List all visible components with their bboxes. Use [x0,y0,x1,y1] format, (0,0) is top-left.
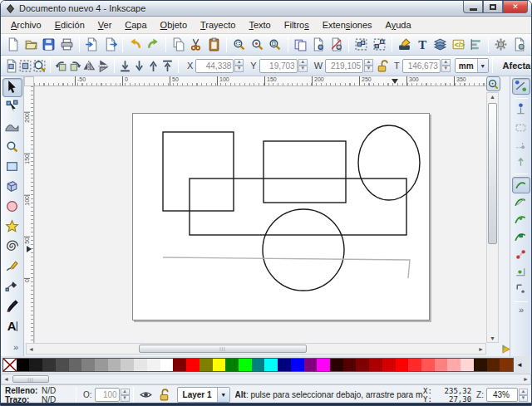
toolbox-overflow-chevron[interactable]: » [13,342,17,352]
vertical-ruler[interactable]: 200150100500 [24,86,34,343]
palette-scroll-left-arrow[interactable]: ◄ [3,376,9,382]
text-dialog-button[interactable]: T [413,36,431,53]
swatch-008080[interactable] [252,359,265,371]
raise-button[interactable] [146,57,160,75]
opacity-spinner[interactable]: ▲▼ [121,389,130,402]
tool-node-editor[interactable] [2,98,22,117]
swatch-800000[interactable] [356,359,369,371]
tool-bezier-pen[interactable] [2,277,22,296]
document-page[interactable] [132,113,430,320]
chevron-down-icon[interactable]: ▼ [477,59,488,72]
select-all-button[interactable] [4,57,18,75]
tool-ellipse[interactable] [2,198,22,217]
swatch-000080[interactable] [278,359,291,371]
swatch-ffaaaa[interactable] [447,359,461,371]
swatch-4d4d4d[interactable] [56,359,69,371]
menu-capa[interactable]: Capa [118,17,153,32]
palette-scroll-thumb[interactable]: ||| [12,375,49,383]
swatch-ffff00[interactable] [213,359,226,371]
menu-extensiones[interactable]: Extensiones [316,17,379,32]
swatch-666666[interactable] [69,359,82,371]
tool-calligraphy[interactable] [2,297,22,316]
paste-button[interactable] [205,36,223,53]
raise-to-top-button[interactable] [160,57,175,75]
swatch-800000[interactable] [173,359,186,371]
restore-button[interactable] [483,1,503,13]
close-button[interactable]: ✕ [503,1,528,13]
group-button[interactable] [352,36,370,53]
rotate-ccw-button[interactable] [54,57,68,75]
swatch-999999[interactable] [95,359,108,371]
zoom-input[interactable]: 43% [486,388,518,402]
swatch-808000[interactable] [200,359,213,371]
swatch-800080[interactable] [304,359,318,371]
xml-editor-button[interactable]: </> [449,36,466,53]
width-spinner[interactable]: ▲▼ [364,59,373,72]
minimize-button[interactable] [463,1,483,13]
snapbar-overflow-chevron[interactable]: » [519,305,523,315]
scroll-down-arrow[interactable]: ▼ [490,335,495,341]
fill-stroke-dialog-button[interactable] [396,36,413,53]
export-button[interactable] [101,36,118,53]
menu-trayecto[interactable]: Trayecto [194,17,242,32]
save-document-button[interactable] [40,36,57,53]
align-dialog-button[interactable] [467,36,485,53]
menu-filtros[interactable]: Filtros [278,17,316,32]
height-input[interactable]: 146,673 [402,59,441,73]
horizontal-ruler[interactable]: -50050100150200250300350 [34,76,487,86]
preferences-button[interactable] [492,36,510,53]
swatch-ffffff[interactable] [160,359,174,371]
swatch-f2f2f2[interactable] [147,359,160,371]
enable-snapping-button[interactable] [512,78,530,95]
swatch-d40000[interactable] [382,359,396,371]
swatch-333333[interactable] [42,359,56,371]
snap-bbox-midpoints-button[interactable] [512,154,530,170]
menu-texto[interactable]: Texto [242,17,277,32]
swatch-00ffff[interactable] [264,359,278,371]
print-button[interactable] [57,36,75,53]
create-clone-button[interactable] [309,36,327,53]
title-bar[interactable]: Documento nuevo 4 - Inkscape ✕ [1,1,531,17]
rotate-cw-button[interactable] [68,57,82,75]
snap-path-intersections-button[interactable] [512,212,530,228]
undo-button[interactable] [126,36,144,53]
horizontal-scroll-thumb[interactable]: ||| [139,345,307,353]
unlink-clone-button[interactable] [328,36,345,53]
duplicate-button[interactable] [292,36,309,53]
lower-button[interactable] [132,57,146,75]
tool-3d-box[interactable] [2,178,22,197]
swatch-ff5555[interactable] [421,359,435,371]
menu-ver[interactable]: Ver [91,17,119,32]
palette-scroll-left-icon[interactable]: ◄ [516,361,523,369]
unit-selector[interactable]: mm▼ [455,58,489,73]
redo-button[interactable] [144,36,161,53]
swatch-e6e6e6[interactable] [134,359,147,371]
swatch-000000[interactable] [17,359,30,371]
swatch-none[interactable] [3,359,17,371]
swatch-ff8080[interactable] [435,359,448,371]
swatch-b3b3b3[interactable] [108,359,121,371]
swatch-008000[interactable] [225,359,239,371]
height-spinner[interactable]: ▲▼ [441,59,451,72]
tool-rectangle[interactable] [2,158,22,177]
opacity-input[interactable]: 100 [95,388,120,402]
ungroup-button[interactable] [370,36,387,53]
swatch-ff0000[interactable] [396,359,409,371]
canvas-viewport[interactable] [34,86,486,343]
tool-pencil[interactable] [2,257,22,276]
y-spinner[interactable]: ▲▼ [298,59,308,72]
width-input[interactable]: 219,105 [325,59,363,73]
scroll-right-arrow[interactable]: ► [478,346,484,352]
swatch-2b1100[interactable] [474,359,487,371]
document-properties-button[interactable] [510,36,528,53]
swatch-ff0000[interactable] [186,359,200,371]
select-all-layers-button[interactable] [18,57,32,75]
tool-text[interactable]: A [2,317,22,336]
zoom-drawing-button[interactable] [249,36,266,53]
lower-to-bottom-button[interactable] [118,57,132,75]
open-document-button[interactable] [22,36,39,53]
scroll-left-arrow[interactable]: ◄ [28,346,34,352]
snap-nodes-button[interactable] [512,177,530,193]
snap-object-centers-button[interactable] [512,281,530,298]
menu-archivo[interactable]: Archivo [4,17,48,32]
